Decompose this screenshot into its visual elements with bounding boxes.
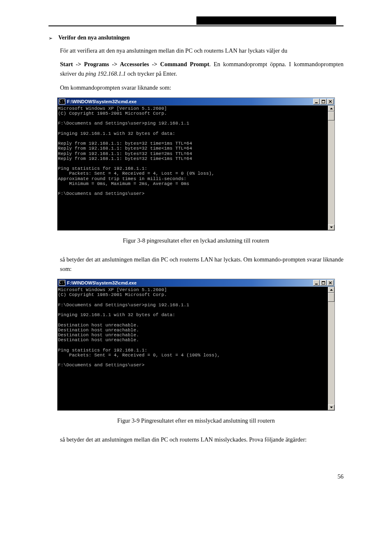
maximize-button[interactable] <box>320 280 327 286</box>
header-rule <box>48 25 344 26</box>
p2d-text: och trycker på Enter. <box>126 70 177 77</box>
console-output-success: Microsoft Windows XP [Version 5.1.2600] … <box>58 106 328 230</box>
section-heading: ➢ Verifor den nya anslutningen <box>48 35 344 42</box>
minimize-icon <box>315 281 318 284</box>
svg-rect-2 <box>322 100 325 101</box>
header-black-bar <box>196 16 336 25</box>
scroll-up-button[interactable] <box>328 106 334 111</box>
close-icon <box>329 281 332 284</box>
section-title: Verifor den nya anslutningen <box>58 35 130 41</box>
scroll-down-button[interactable] <box>328 224 334 230</box>
chevron-up-icon <box>330 108 333 109</box>
figure-caption-1: Figur 3-8 pingresultatet efter en lyckad… <box>48 237 344 244</box>
bullet-icon: ➢ <box>48 35 53 42</box>
scroll-down-button[interactable] <box>328 405 334 410</box>
scroll-up-button[interactable] <box>328 287 334 293</box>
scroll-thumb[interactable] <box>328 111 334 120</box>
maximize-icon <box>322 281 325 284</box>
console-output-fail: Microsoft Windows XP [Version 5.1.2600] … <box>58 287 328 410</box>
close-button[interactable] <box>327 99 334 104</box>
window-title: F:\WINDOWS\system32\cmd.exe <box>67 99 313 104</box>
chevron-down-icon <box>330 407 333 408</box>
menu-path: Start -> Programs -> Accessories -> Comm… <box>60 61 209 67</box>
svg-rect-9 <box>322 281 325 282</box>
minimize-icon <box>315 100 318 103</box>
svg-marker-5 <box>330 108 333 109</box>
cmd-window-success: C:\ F:\WINDOWS\system32\cmd.exe Microsof… <box>57 97 335 231</box>
chevron-down-icon <box>330 227 333 228</box>
page-number: 56 <box>48 473 344 480</box>
scrollbar[interactable] <box>328 106 334 230</box>
scroll-thumb[interactable] <box>328 293 334 302</box>
app-icon: C:\ <box>59 99 65 104</box>
maximize-button[interactable] <box>320 99 327 104</box>
svg-rect-0 <box>315 102 318 103</box>
window-title: F:\WINDOWS\system32\cmd.exe <box>67 280 313 285</box>
minimize-button[interactable] <box>313 99 320 104</box>
figure-caption-2: Figur 3-9 Pingresultatet efter en missly… <box>48 417 344 424</box>
titlebar: C:\ F:\WINDOWS\system32\cmd.exe <box>58 98 334 106</box>
close-icon <box>329 100 332 103</box>
minimize-button[interactable] <box>313 280 320 286</box>
paragraph-3: Om kommandoprompten svarar liknande som: <box>60 83 344 92</box>
svg-rect-7 <box>315 284 318 284</box>
paragraph-1: För att verifiera att den nya anslutning… <box>60 46 344 56</box>
paragraph-2: Start -> Programs -> Accessories -> Comm… <box>60 60 344 79</box>
maximize-icon <box>322 100 325 103</box>
paragraph-5: så betyder det att anslutningen mellan d… <box>60 435 344 444</box>
scrollbar[interactable] <box>328 287 334 410</box>
close-button[interactable] <box>327 280 334 286</box>
svg-marker-12 <box>330 289 333 291</box>
app-icon: C:\ <box>59 280 65 286</box>
chevron-up-icon <box>330 289 333 291</box>
paragraph-4: så betyder det att anslutningen mellan d… <box>60 255 344 274</box>
command-text: ping 192.168.1.1 <box>85 70 126 77</box>
titlebar: C:\ F:\WINDOWS\system32\cmd.exe <box>58 279 334 287</box>
svg-marker-6 <box>330 227 333 228</box>
cmd-window-fail: C:\ F:\WINDOWS\system32\cmd.exe Microsof… <box>57 279 335 411</box>
svg-marker-13 <box>330 407 333 408</box>
scroll-track[interactable] <box>328 111 334 224</box>
scroll-track[interactable] <box>328 293 334 405</box>
